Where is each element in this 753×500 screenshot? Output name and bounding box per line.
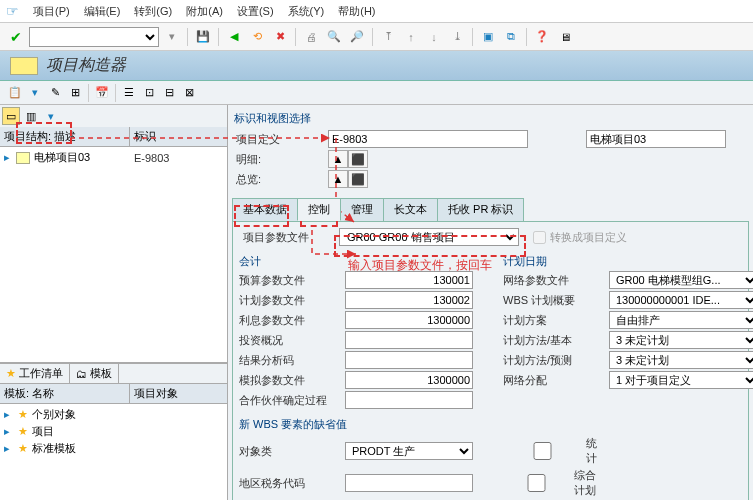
help-icon[interactable]: ❓ [532, 27, 552, 47]
first-page-icon[interactable]: ⤒ [378, 27, 398, 47]
region-field[interactable] [345, 474, 473, 492]
tb-icon-1[interactable]: 📋 [6, 84, 24, 102]
find-next-icon[interactable]: 🔎 [347, 27, 367, 47]
tree-tb-3[interactable]: ▾ [42, 107, 60, 125]
dropdown-icon[interactable]: ▾ [162, 27, 182, 47]
sim-field[interactable] [345, 371, 473, 389]
overview-icon-1[interactable]: ▲ [328, 170, 348, 188]
menu-item-extra[interactable]: 附加(A) [186, 4, 223, 19]
title-icon [10, 57, 38, 75]
menu-item-edit[interactable]: 编辑(E) [84, 4, 121, 19]
worklist-item[interactable]: ▸★个别对象 [2, 406, 225, 423]
menu-item-system[interactable]: 系统(Y) [288, 4, 325, 19]
ok-icon[interactable]: ✔ [6, 27, 26, 47]
tb-icon-7[interactable]: ⊡ [140, 84, 158, 102]
stat-label: 统计 [586, 436, 603, 466]
worklist-item[interactable]: ▸★标准模板 [2, 440, 225, 457]
tab-collect[interactable]: 托收 PR 标识 [437, 198, 524, 221]
tb-icon-3[interactable]: ✎ [46, 84, 64, 102]
scheme-select[interactable]: 自由排产 [609, 311, 753, 329]
print-icon[interactable]: 🖨 [301, 27, 321, 47]
detail-icon-2[interactable]: ⬛ [348, 150, 368, 168]
main-area: ▭ ▥ ▾ 项目结构: 描述 标识 ▸ 电梯项目03 E-9803 ★工作清单 … [0, 105, 753, 500]
shortcut-icon[interactable]: ⧉ [501, 27, 521, 47]
expand-icon[interactable]: ▸ [4, 151, 16, 164]
exit-icon[interactable]: ⟲ [247, 27, 267, 47]
overview-icon-2[interactable]: ⬛ [348, 170, 368, 188]
profile-select[interactable]: GR00 GR00 销售项目 [339, 228, 519, 246]
tb-icon-9[interactable]: ⊠ [180, 84, 198, 102]
label-netdist: 网络分配 [503, 373, 603, 388]
wbs-summary-select[interactable]: 130000000001 IDE... [609, 291, 753, 309]
app-toolbar: 📋 ▾ ✎ ⊞ 📅 ☰ ⊡ ⊟ ⊠ [0, 81, 753, 105]
section-title: 标识和视图选择 [232, 109, 749, 130]
planfile-field[interactable] [345, 291, 473, 309]
page-title: 项目构造器 [46, 55, 126, 76]
tb-icon-2[interactable]: ▾ [26, 84, 44, 102]
next-page-icon[interactable]: ↓ [424, 27, 444, 47]
label-budget: 预算参数文件 [239, 273, 339, 288]
combo-checkbox[interactable] [503, 474, 570, 492]
netdist-select[interactable]: 1 对于项目定义 [609, 371, 753, 389]
label-invest: 投资概况 [239, 333, 339, 348]
stat-checkbox[interactable] [503, 442, 582, 460]
objtype-select[interactable]: PRODT 生产 [345, 442, 473, 460]
tree-body: ▸ 电梯项目03 E-9803 [0, 147, 227, 363]
project-icon [16, 152, 30, 164]
expand-icon[interactable]: ▸ [4, 442, 14, 455]
command-field[interactable] [29, 27, 159, 47]
tree-header: 项目结构: 描述 标识 [0, 127, 227, 147]
method2-select[interactable]: 3 未定计划 [609, 351, 753, 369]
layout-icon[interactable]: 🖥 [555, 27, 575, 47]
back-icon[interactable]: ◀ [224, 27, 244, 47]
expand-icon[interactable]: ▸ [4, 408, 14, 421]
result-field[interactable] [345, 351, 473, 369]
menu-item-help[interactable]: 帮助(H) [338, 4, 375, 19]
star-icon: ★ [6, 367, 16, 380]
tb-icon-5[interactable]: 📅 [93, 84, 111, 102]
tab-control[interactable]: 控制 [297, 198, 341, 221]
worklist-item-label: 项目 [32, 424, 54, 439]
tree-tb-1[interactable]: ▭ [2, 107, 20, 125]
prev-page-icon[interactable]: ↑ [401, 27, 421, 47]
menu-item-settings[interactable]: 设置(S) [237, 4, 274, 19]
worklist-item-label: 标准模板 [32, 441, 76, 456]
worklist-item-label: 个别对象 [32, 407, 76, 422]
find-icon[interactable]: 🔍 [324, 27, 344, 47]
tab-basic[interactable]: 基本数据 [232, 198, 298, 221]
new-session-icon[interactable]: ▣ [478, 27, 498, 47]
cancel-icon[interactable]: ✖ [270, 27, 290, 47]
partner-field[interactable] [345, 391, 473, 409]
label-scheme: 计划方案 [503, 313, 603, 328]
main-toolbar: ✔ ▾ 💾 ◀ ⟲ ✖ 🖨 🔍 🔎 ⤒ ↑ ↓ ⤓ ▣ ⧉ ❓ 🖥 [0, 23, 753, 51]
tb-icon-8[interactable]: ⊟ [160, 84, 178, 102]
worklist-tab-1[interactable]: ★工作清单 [0, 364, 70, 383]
worklist-header-col2: 项目对象 [130, 384, 227, 403]
worklist-tab-2[interactable]: 🗂模板 [70, 364, 119, 383]
method1-select[interactable]: 3 未定计划 [609, 331, 753, 349]
last-page-icon[interactable]: ⤓ [447, 27, 467, 47]
tb-icon-4[interactable]: ⊞ [66, 84, 84, 102]
detail-icon-1[interactable]: ▲ [328, 150, 348, 168]
save-icon[interactable]: 💾 [193, 27, 213, 47]
label-partner: 合作伙伴确定过程 [239, 393, 339, 408]
folder-icon: 🗂 [76, 368, 87, 380]
project-def-id[interactable] [328, 130, 528, 148]
budget-field[interactable] [345, 271, 473, 289]
tab-longtext[interactable]: 长文本 [383, 198, 438, 221]
control-panel: 项目参数文件 GR00 GR00 销售项目 转换成项目定义 会计 计划日期 预算… [232, 222, 749, 500]
invest-field[interactable] [345, 331, 473, 349]
network-select[interactable]: GR00 电梯模型组G... [609, 271, 753, 289]
tree-row[interactable]: ▸ 电梯项目03 E-9803 [2, 149, 225, 166]
tab-admin[interactable]: 管理 [340, 198, 384, 221]
expand-icon[interactable]: ▸ [4, 425, 14, 438]
interest-field[interactable] [345, 311, 473, 329]
menu-item-project[interactable]: 项目(P) [33, 4, 70, 19]
tree-tb-2[interactable]: ▥ [22, 107, 40, 125]
worklist-item[interactable]: ▸★项目 [2, 423, 225, 440]
label-network: 网络参数文件 [503, 273, 603, 288]
tb-icon-6[interactable]: ☰ [120, 84, 138, 102]
menu-item-goto[interactable]: 转到(G) [134, 4, 172, 19]
label-profile: 项目参数文件 [239, 230, 339, 245]
project-def-name[interactable] [586, 130, 726, 148]
